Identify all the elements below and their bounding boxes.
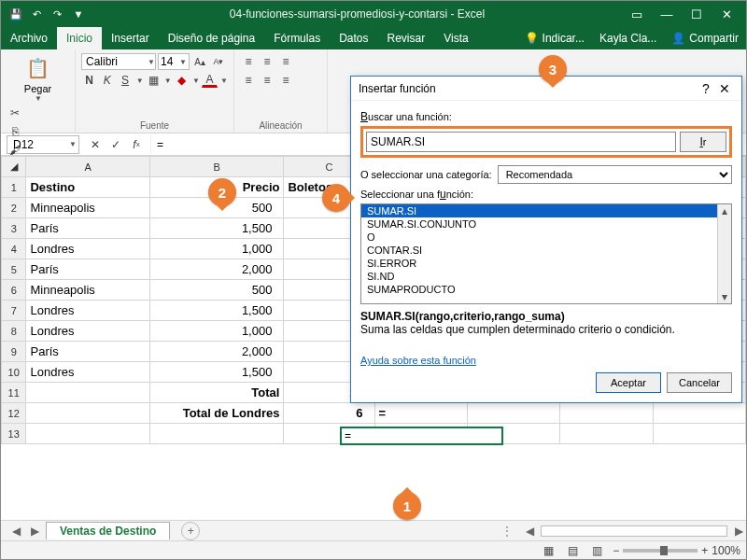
align-right-icon[interactable]: ≡ — [277, 72, 294, 89]
cell[interactable]: París — [26, 259, 149, 280]
align-bottom-icon[interactable]: ≡ — [277, 53, 294, 70]
cancel-formula-icon[interactable]: ✕ — [87, 136, 104, 153]
font-size-select[interactable]: 14▼ — [158, 53, 190, 70]
border-icon[interactable]: ▦ — [146, 72, 162, 89]
cell[interactable]: 500 — [149, 280, 284, 301]
view-normal-icon[interactable]: ▦ — [540, 542, 557, 559]
tab-formulas[interactable]: Fórmulas — [264, 27, 330, 49]
align-center-icon[interactable]: ≡ — [259, 72, 275, 89]
cell[interactable]: Londres — [26, 321, 149, 342]
cell[interactable] — [149, 424, 284, 444]
new-sheet-button[interactable]: + — [181, 522, 200, 540]
view-layout-icon[interactable]: ▤ — [564, 542, 581, 559]
cell[interactable]: 1,500 — [149, 301, 284, 321]
align-left-icon[interactable]: ≡ — [240, 72, 257, 89]
list-item[interactable]: CONTAR.SI — [361, 244, 731, 257]
cell[interactable]: 1,500 — [149, 218, 284, 239]
go-button[interactable]: Ir — [680, 132, 726, 152]
tab-revisar[interactable]: Revisar — [378, 27, 435, 49]
increase-font-icon[interactable]: A▴ — [191, 53, 208, 70]
share-button[interactable]: 👤Compartir — [664, 27, 746, 49]
cell[interactable]: 1,500 — [149, 362, 284, 383]
sheet-tab[interactable]: Ventas de Destino — [46, 522, 170, 539]
cell[interactable] — [653, 424, 745, 444]
dialog-close-icon[interactable]: ✕ — [715, 81, 734, 96]
cell[interactable] — [26, 424, 149, 444]
row-header[interactable]: 8 — [2, 321, 26, 342]
tab-insertar[interactable]: Insertar — [102, 27, 159, 49]
cell[interactable] — [560, 424, 653, 444]
row-header[interactable]: 6 — [2, 280, 26, 301]
italic-icon[interactable]: K — [99, 72, 115, 89]
cell[interactable]: Total de Londres — [149, 403, 284, 424]
underline-icon[interactable]: S — [117, 72, 133, 89]
fx-icon[interactable]: fx — [128, 136, 145, 153]
bold-icon[interactable]: N — [81, 72, 97, 89]
dialog-help-icon[interactable]: ? — [697, 81, 715, 96]
align-middle-icon[interactable]: ≡ — [259, 53, 275, 70]
list-scrollbar[interactable]: ▴▾ — [717, 204, 731, 303]
ok-button[interactable]: Aceptar — [596, 372, 661, 393]
select-all-cell[interactable]: ◢ — [2, 157, 26, 177]
font-color-icon[interactable]: A — [202, 74, 218, 88]
column-header[interactable]: B — [149, 157, 284, 177]
cell[interactable]: Londres — [26, 239, 149, 259]
column-header[interactable]: A — [26, 157, 149, 177]
tab-datos[interactable]: Datos — [330, 27, 377, 49]
hscroll-right-icon[interactable]: ▶ — [731, 525, 746, 538]
horizontal-scrollbar[interactable] — [541, 525, 727, 537]
cut-icon[interactable]: ✂ — [7, 105, 23, 121]
row-header[interactable]: 2 — [2, 198, 26, 218]
function-list[interactable]: SUMAR.SI SUMAR.SI.CONJUNTO O CONTAR.SI S… — [360, 203, 732, 304]
tab-archivo[interactable]: Archivo — [1, 27, 57, 49]
cancel-button[interactable]: Cancelar — [667, 372, 732, 393]
minimize-icon[interactable]: — — [658, 6, 675, 22]
zoom-slider[interactable] — [623, 549, 698, 553]
row-header[interactable]: 5 — [2, 259, 26, 280]
tab-inicio[interactable]: Inicio — [57, 27, 102, 49]
list-item[interactable]: SI.ERROR — [361, 257, 731, 270]
cell[interactable]: Destino — [26, 177, 149, 198]
fill-color-icon[interactable]: ◆ — [174, 72, 190, 89]
cell-editor[interactable]: = — [340, 427, 503, 445]
cell[interactable]: 6 — [284, 403, 374, 424]
list-item[interactable]: SUMAPRODUCTO — [361, 283, 731, 296]
cell[interactable] — [560, 403, 653, 424]
maximize-icon[interactable]: ☐ — [688, 6, 705, 22]
cell[interactable]: París — [26, 218, 149, 239]
cell[interactable]: = — [374, 403, 467, 424]
tab-diseno[interactable]: Diseño de página — [159, 27, 264, 49]
list-item[interactable]: SI.ND — [361, 270, 731, 283]
cell[interactable]: París — [26, 342, 149, 362]
sheet-nav-next-icon[interactable]: ▶ — [27, 525, 42, 538]
zoom-in-button[interactable]: + — [701, 544, 708, 557]
cell[interactable]: Minneapolis — [26, 198, 149, 218]
list-item[interactable]: SUMAR.SI — [361, 204, 731, 217]
cell[interactable]: Minneapolis — [26, 280, 149, 301]
cell[interactable] — [26, 383, 149, 403]
cell[interactable]: 2,000 — [149, 342, 284, 362]
tab-vista[interactable]: Vista — [434, 27, 477, 49]
copy-icon[interactable]: ⎘ — [7, 123, 23, 140]
cell[interactable]: 2,000 — [149, 259, 284, 280]
close-icon[interactable]: ✕ — [718, 6, 735, 22]
qat-dropdown-icon[interactable]: ▼ — [71, 7, 86, 21]
tell-me[interactable]: 💡Indicar... — [517, 27, 592, 49]
row-header[interactable]: 3 — [2, 218, 26, 239]
cell[interactable]: 1,000 — [149, 321, 284, 342]
save-icon[interactable]: 💾 — [8, 7, 23, 21]
row-header[interactable]: 13 — [2, 424, 26, 444]
enter-formula-icon[interactable]: ✓ — [107, 136, 124, 153]
cell[interactable] — [467, 403, 559, 424]
cell[interactable]: Londres — [26, 362, 149, 383]
redo-icon[interactable]: ↷ — [49, 7, 64, 21]
row-header[interactable]: 7 — [2, 301, 26, 321]
cell[interactable]: 1,000 — [149, 239, 284, 259]
row-header[interactable]: 4 — [2, 239, 26, 259]
category-select[interactable]: Recomendada — [498, 165, 732, 184]
row-header[interactable]: 11 — [2, 383, 26, 403]
cell[interactable]: Londres — [26, 301, 149, 321]
help-link[interactable]: Ayuda sobre esta función — [360, 355, 476, 366]
list-item[interactable]: O — [361, 231, 731, 244]
cell[interactable] — [26, 403, 149, 424]
